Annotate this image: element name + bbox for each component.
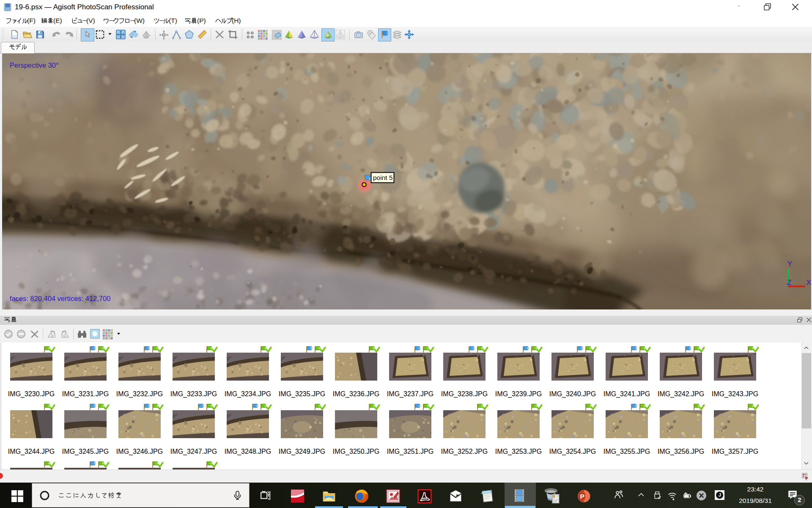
svg-text:faces: 820,404 vertices: 412,7: faces: 820,404 vertices: 412,700 [10,295,111,302]
svg-text:J: J [719,492,721,497]
svg-text:Perspective 30°: Perspective 30° [10,61,59,69]
svg-text:Z: Z [787,279,791,287]
svg-text:Y: Y [787,260,792,268]
svg-text:P: P [580,493,584,500]
svg-text:point 5: point 5 [373,174,393,181]
svg-text:X: X [807,279,811,287]
